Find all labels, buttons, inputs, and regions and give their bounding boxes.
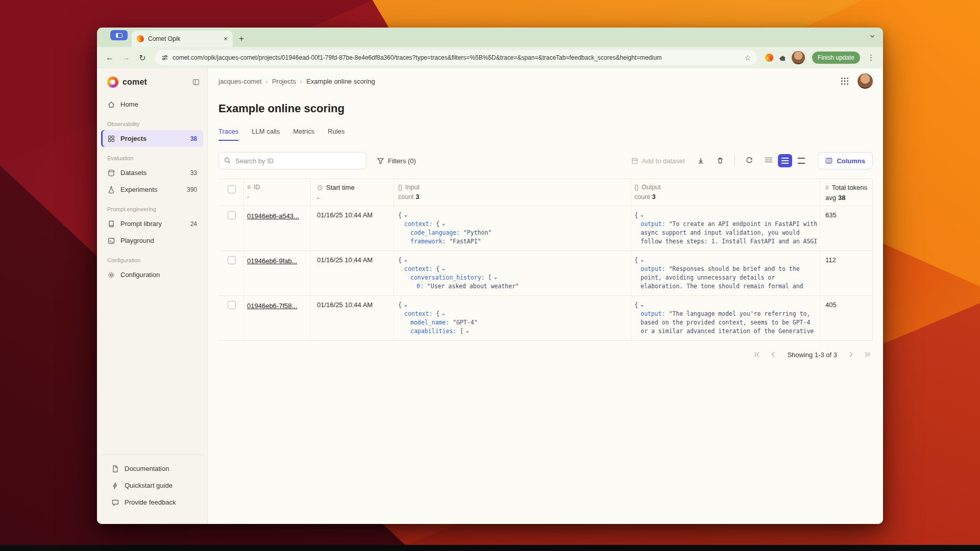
row-checkbox[interactable] [228, 256, 236, 264]
row-checkbox[interactable] [228, 211, 236, 219]
trace-input-json[interactable]: {context: {code_language: "Python"framew… [394, 206, 631, 251]
table-toolbar: Filters (0) Add to dataset [218, 152, 873, 169]
url-text[interactable]: comet.com/opik/jacques-comet/projects/01… [173, 54, 740, 61]
refresh-button[interactable] [742, 154, 756, 168]
sidebar-item-documentation[interactable]: Documentation [105, 460, 199, 477]
tab-rules[interactable]: Rules [328, 128, 345, 141]
tab-list-chevron-icon[interactable] [869, 33, 876, 40]
logo-row: comet [97, 68, 207, 94]
bookmark-star-icon[interactable]: ☆ [744, 54, 751, 62]
trace-id-cell: 01946eb6-9fab... [244, 251, 311, 295]
trace-output-json[interactable]: {output: "To create an API endpoint in F… [631, 206, 820, 251]
new-tab-button[interactable]: + [239, 34, 244, 43]
header-output-agg: count3 [634, 193, 817, 201]
trace-id-cell: 01946eb6-7f58... [244, 296, 311, 340]
sidebar-item-provide-feedback[interactable]: Provide feedback [105, 494, 199, 511]
sidebar-item-quickstart-guide[interactable]: Quickstart guide [105, 477, 199, 494]
trace-total-tokens: 112 [820, 251, 872, 295]
sidebar-item-label: Prompt library [120, 220, 162, 228]
next-page-button[interactable] [845, 349, 856, 360]
sidebar-item-home[interactable]: Home [101, 96, 203, 113]
sidebar-item-prompt-library[interactable]: Prompt library 24 [101, 215, 203, 232]
density-medium-button[interactable] [778, 154, 792, 167]
page-title: Example online scoring [218, 102, 873, 115]
breadcrumb-projects[interactable]: Projects [272, 78, 296, 85]
search-input[interactable] [218, 152, 366, 169]
select-all-checkbox[interactable] [228, 185, 236, 193]
sidebar-item-label: Projects [120, 135, 146, 142]
density-large-button[interactable] [794, 154, 808, 167]
table-row[interactable]: 01946eb6-9fab... 01/16/25 10:44 AM {cont… [218, 251, 872, 296]
sidebar-item-configuration[interactable]: Configuration [101, 266, 203, 283]
trace-output-json[interactable]: {output: "The language model you're refe… [631, 296, 820, 340]
previous-page-button[interactable] [768, 349, 779, 360]
home-icon [107, 101, 115, 109]
sidebar-item-label: Configuration [120, 271, 160, 279]
filters-label: Filters (0) [388, 157, 416, 165]
columns-label: Columns [837, 157, 865, 165]
reload-button[interactable]: ↻ [136, 53, 149, 63]
screen-bottom-bar [0, 545, 980, 551]
finish-update-button[interactable]: Finish update [812, 52, 860, 64]
sidebar-item-projects[interactable]: Projects 38 [101, 130, 203, 147]
last-page-button[interactable] [862, 349, 873, 360]
trace-id-link[interactable]: 01946eb6-7f58... [247, 302, 297, 310]
sidebar-item-count: 38 [190, 135, 197, 142]
table-row[interactable]: 01946eb6-7f58... 01/16/25 10:44 AM {cont… [218, 296, 872, 341]
sidebar-item-playground[interactable]: Playground [101, 232, 203, 249]
density-large-icon [798, 158, 805, 164]
header-output[interactable]: {}Output count3 [631, 179, 820, 206]
sidebar-item-experiments[interactable]: Experiments 390 [101, 181, 203, 198]
browser-menu-icon[interactable]: ⋮ [865, 53, 877, 62]
forward-button[interactable]: → [119, 53, 133, 62]
hash-icon: # [825, 184, 829, 191]
sidebar-item-label: Home [120, 101, 138, 108]
breadcrumb-workspace[interactable]: jacques-comet [218, 78, 262, 85]
extension-icon[interactable] [765, 54, 773, 62]
sidebar-collapse-icon[interactable] [192, 78, 200, 86]
tab-traces[interactable]: Traces [218, 128, 238, 141]
header-id[interactable]: ≡ID - [244, 179, 311, 206]
back-button[interactable]: ← [103, 53, 116, 62]
sidebar-footer: Documentation Quickstart guide Provide f… [101, 455, 203, 524]
trace-input-json[interactable]: {context: {model_name: "GPT-4"capabiliti… [394, 296, 631, 340]
table-header: ≡ID - Start time - {}Input count3 {}Ou [218, 179, 872, 206]
section-label-observability: Observability [101, 113, 203, 130]
row-checkbox[interactable] [228, 301, 236, 309]
columns-button[interactable]: Columns [818, 152, 873, 169]
export-download-button[interactable] [694, 154, 708, 168]
toolbar-divider [734, 156, 735, 166]
trace-input-json[interactable]: {context: {conversation_history: [0: "Us… [394, 251, 631, 295]
trace-id-cell: 01946eb6-a543... [244, 206, 311, 251]
app-topbar: jacques-comet › Projects › Example onlin… [218, 68, 873, 94]
apps-grid-icon[interactable] [840, 77, 849, 86]
trace-output-json[interactable]: {output: "Responses should be brief and … [631, 251, 820, 295]
tab-search-button[interactable] [110, 30, 128, 40]
header-input[interactable]: {}Input count3 [394, 179, 631, 206]
user-avatar[interactable] [857, 73, 873, 89]
delete-button[interactable] [713, 154, 727, 168]
density-small-button[interactable] [762, 154, 776, 167]
trace-start-time: 01/16/25 10:44 AM [311, 206, 394, 251]
sidebar-item-datasets[interactable]: Datasets 33 [101, 164, 203, 181]
tab-close-icon[interactable]: × [224, 35, 228, 42]
add-to-dataset-button[interactable]: Add to dataset [631, 157, 685, 165]
header-total-tokens[interactable]: #Total tokens avg38 [820, 179, 873, 206]
extensions-puzzle-icon[interactable] [778, 54, 787, 62]
sidebar-item-label: Playground [120, 237, 154, 244]
first-page-button[interactable] [751, 349, 763, 360]
filters-button[interactable]: Filters (0) [377, 157, 416, 165]
tab-llm-calls[interactable]: LLM calls [252, 128, 280, 141]
header-start-time[interactable]: Start time - [311, 179, 394, 206]
table-row[interactable]: 01946eb6-a543... 01/16/25 10:44 AM {cont… [218, 206, 872, 251]
trace-id-link[interactable]: 01946eb6-a543... [247, 212, 299, 220]
trace-start-time: 01/16/25 10:44 AM [311, 251, 394, 295]
address-bar[interactable]: comet.com/opik/jacques-comet/projects/01… [155, 50, 757, 65]
browser-profile-avatar[interactable] [792, 51, 805, 64]
trace-id-link[interactable]: 01946eb6-9fab... [247, 257, 297, 265]
sidebar-item-count: 33 [190, 169, 197, 177]
header-checkbox-cell [218, 179, 244, 206]
browser-tab[interactable]: Comet Opik × [132, 31, 233, 47]
site-settings-icon[interactable] [161, 54, 168, 61]
tab-metrics[interactable]: Metrics [293, 128, 314, 141]
